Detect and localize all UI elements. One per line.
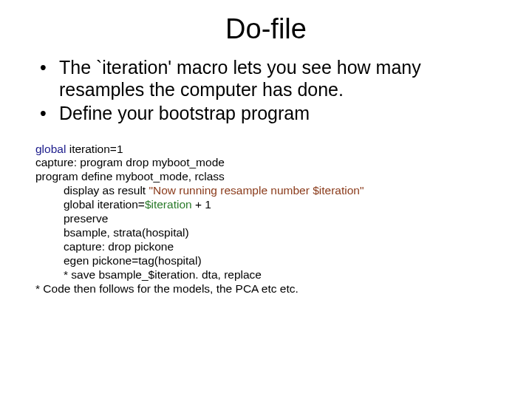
code-text: global iteration= xyxy=(64,198,145,211)
bullet-list: The `iteration' macro lets you see how m… xyxy=(35,57,497,125)
code-block: global iteration=1 capture: program drop… xyxy=(35,143,497,296)
bullet-item: The `iteration' macro lets you see how m… xyxy=(56,57,497,100)
code-line: * Code then follows for the models, the … xyxy=(35,282,497,296)
code-keyword: global xyxy=(35,143,66,155)
code-line: egen pickone=tag(hospital) xyxy=(35,254,497,268)
code-line: display as result "Now running resample … xyxy=(35,184,497,198)
page-title: Do-file xyxy=(35,13,497,45)
code-line: bsample, strata(hospital) xyxy=(35,226,497,240)
code-line: capture: program drop myboot_mode xyxy=(35,156,497,170)
code-text: capture: program drop xyxy=(35,156,152,168)
code-text: display as result xyxy=(64,184,149,197)
code-text: myboot_mode, rclass xyxy=(116,170,225,183)
code-text: myboot_mode xyxy=(152,156,225,168)
code-line: program define myboot_mode, rclass xyxy=(35,170,497,184)
code-line: global iteration=1 xyxy=(35,143,497,157)
code-line: capture: drop pickone xyxy=(35,240,497,254)
code-line: * save bsample_$iteration. dta, replace xyxy=(35,268,497,282)
code-text: iteration=1 xyxy=(66,143,123,155)
code-line: preserve xyxy=(35,212,497,226)
code-line: global iteration=$iteration + 1 xyxy=(35,198,497,212)
code-text: program define xyxy=(35,170,116,183)
code-string: "Now running resample number $iteration" xyxy=(149,184,364,197)
code-variable: $iteration xyxy=(145,198,192,211)
code-text: + 1 xyxy=(192,198,211,211)
bullet-item: Define your bootstrap program xyxy=(56,103,497,125)
slide: Do-file The `iteration' macro lets you s… xyxy=(0,0,532,399)
